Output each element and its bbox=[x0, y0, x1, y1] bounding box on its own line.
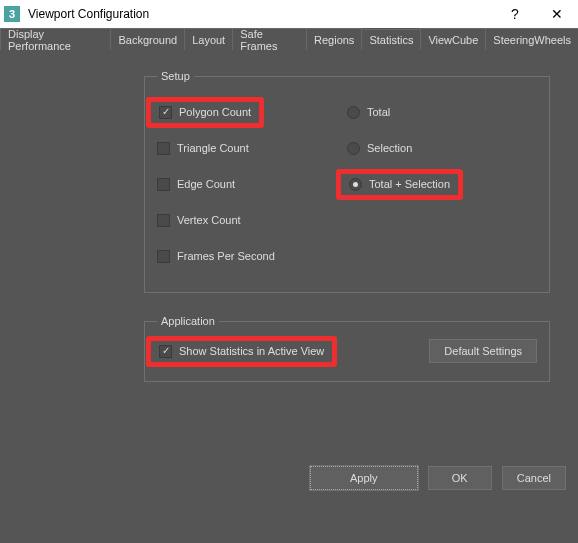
titlebar: 3 Viewport Configuration ? ✕ bbox=[0, 0, 578, 28]
setup-group: Setup Polygon Count Triangle Count bbox=[144, 70, 550, 293]
tab-content: Setup Polygon Count Triangle Count bbox=[0, 50, 578, 500]
vertex-count-checkbox[interactable] bbox=[157, 214, 170, 227]
selection-label: Selection bbox=[367, 142, 412, 154]
tab-regions[interactable]: Regions bbox=[306, 28, 362, 50]
window-controls: ? ✕ bbox=[494, 0, 578, 28]
highlight-total-selection: Total + Selection bbox=[336, 169, 463, 200]
app-icon: 3 bbox=[4, 6, 20, 22]
dialog-footer: Apply OK Cancel bbox=[310, 466, 566, 490]
show-stats-label: Show Statistics in Active View bbox=[179, 345, 324, 357]
triangle-count-label: Triangle Count bbox=[177, 142, 249, 154]
polygon-count-checkbox[interactable] bbox=[159, 106, 172, 119]
setup-legend: Setup bbox=[157, 70, 194, 82]
total-selection-radio[interactable] bbox=[349, 178, 362, 191]
help-button[interactable]: ? bbox=[494, 0, 536, 28]
total-selection-label: Total + Selection bbox=[369, 178, 450, 190]
tab-statistics[interactable]: Statistics bbox=[361, 29, 421, 51]
fps-checkbox[interactable] bbox=[157, 250, 170, 263]
polygon-count-label: Polygon Count bbox=[179, 106, 251, 118]
cancel-button[interactable]: Cancel bbox=[502, 466, 566, 490]
tab-background[interactable]: Background bbox=[110, 28, 185, 50]
setup-left-column: Polygon Count Triangle Count Edge Count … bbox=[157, 94, 347, 274]
selection-radio[interactable] bbox=[347, 142, 360, 155]
window-title: Viewport Configuration bbox=[28, 7, 494, 21]
default-settings-button[interactable]: Default Settings bbox=[429, 339, 537, 363]
edge-count-checkbox[interactable] bbox=[157, 178, 170, 191]
tab-bar: Display Performance Background Layout Sa… bbox=[0, 28, 578, 50]
close-button[interactable]: ✕ bbox=[536, 0, 578, 28]
tab-viewcube[interactable]: ViewCube bbox=[420, 28, 486, 50]
fps-label: Frames Per Second bbox=[177, 250, 275, 262]
tab-steeringwheels[interactable]: SteeringWheels bbox=[485, 28, 578, 50]
ok-button[interactable]: OK bbox=[428, 466, 492, 490]
total-label: Total bbox=[367, 106, 390, 118]
viewport-config-window: 3 Viewport Configuration ? ✕ Display Per… bbox=[0, 0, 578, 543]
tab-layout[interactable]: Layout bbox=[184, 28, 233, 50]
highlight-show-stats: Show Statistics in Active View bbox=[146, 336, 337, 367]
apply-button[interactable]: Apply bbox=[310, 466, 418, 490]
vertex-count-label: Vertex Count bbox=[177, 214, 241, 226]
application-group: Application Show Statistics in Active Vi… bbox=[144, 315, 550, 382]
application-legend: Application bbox=[157, 315, 219, 327]
show-stats-checkbox[interactable] bbox=[159, 345, 172, 358]
highlight-polygon-count: Polygon Count bbox=[146, 97, 264, 128]
tab-display-performance[interactable]: Display Performance bbox=[0, 28, 111, 50]
setup-right-column: Total Selection Total + Selection bbox=[347, 94, 537, 274]
total-radio[interactable] bbox=[347, 106, 360, 119]
triangle-count-checkbox[interactable] bbox=[157, 142, 170, 155]
edge-count-label: Edge Count bbox=[177, 178, 235, 190]
tab-safe-frames[interactable]: Safe Frames bbox=[232, 28, 307, 50]
